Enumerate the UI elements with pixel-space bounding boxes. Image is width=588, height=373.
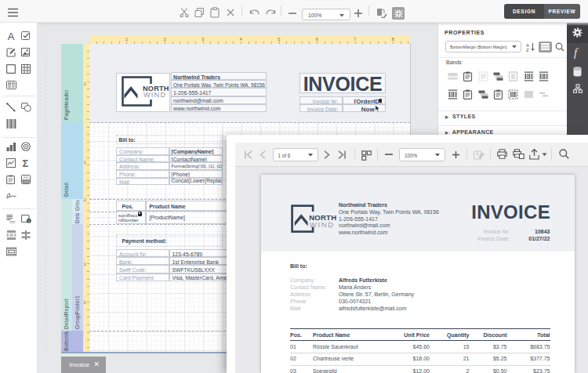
svg-text:Σ: Σ (23, 158, 29, 168)
svg-text:i: i (28, 219, 29, 223)
svg-text:A: A (8, 83, 11, 88)
svg-text:WIND: WIND (143, 90, 166, 98)
svg-text:A: A (8, 31, 15, 41)
svg-text:Z: Z (526, 48, 529, 52)
svg-text:B: B (12, 83, 15, 88)
svg-text:A: A (526, 42, 529, 47)
svg-text:PDF: PDF (23, 180, 29, 183)
svg-text:WIND: WIND (310, 219, 335, 228)
